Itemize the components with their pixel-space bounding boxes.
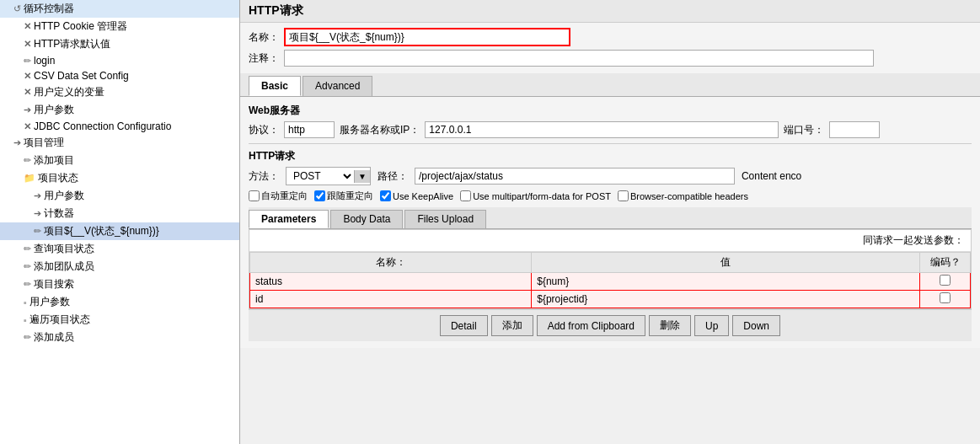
web-server-row: 协议： 服务器名称或IP： 端口号： (249, 121, 972, 138)
col-value: 值 (532, 253, 920, 273)
arrow-icon: ➔ (24, 104, 31, 115)
sidebar-item-add-member2[interactable]: ✏ 添加成员 (0, 329, 239, 346)
method-wrapper: POST GET PUT DELETE ▼ (286, 167, 371, 185)
arrow-icon: ➔ (34, 190, 41, 201)
name-section: 名称： 注释： (240, 23, 980, 73)
auto-redirect-checkbox[interactable] (249, 190, 260, 201)
x-icon: ✕ (24, 121, 31, 132)
sidebar-item-query-status[interactable]: ✏ 查询项目状态 (0, 240, 239, 258)
tab-advanced[interactable]: Advanced (303, 76, 372, 96)
params-tabs-bar: Parameters Body Data Files Upload (249, 207, 972, 229)
method-dropdown-btn[interactable]: ▼ (354, 170, 370, 183)
down-button[interactable]: Down (732, 315, 780, 336)
folder-icon: 📁 (24, 173, 35, 184)
sidebar-item-user-param2[interactable]: ➔ 用户参数 (0, 187, 239, 205)
main-panel: HTTP请求 名称： 注释： Basic Advanced Web服务器 协议：… (240, 0, 980, 444)
sidebar-item-project-item[interactable]: ✏ 项目${__V(状态_${num})} (0, 222, 239, 240)
method-label: 方法： (249, 169, 279, 184)
sidebar-item-login[interactable]: ✏ login (0, 53, 239, 68)
sidebar-item-loop-controller[interactable]: ↺ 循环控制器 (0, 0, 239, 18)
delete-button[interactable]: 删除 (649, 315, 691, 336)
up-button[interactable]: Up (694, 315, 729, 336)
multipart-checkbox[interactable] (460, 190, 471, 201)
detail-button[interactable]: Detail (440, 315, 488, 336)
table-row: id ${projectid} (250, 291, 971, 308)
sidebar-item-iter-status[interactable]: ▪ 遍历项目状态 (0, 311, 239, 329)
sidebar-item-project-mgmt[interactable]: ➔ 项目管理 (0, 134, 239, 152)
params-header: 同请求一起发送参数： (249, 230, 971, 252)
params-tab-body[interactable]: Body Data (330, 210, 403, 228)
sidebar-item-user-param3[interactable]: ▪ 用户参数 (0, 293, 239, 311)
send-with-label: 同请求一起发送参数： (863, 233, 964, 248)
web-server-title: Web服务器 (249, 104, 972, 118)
path-input[interactable] (415, 168, 735, 185)
gray-icon: ▪ (24, 315, 27, 325)
encoded-checkbox-0[interactable] (940, 275, 951, 286)
arrow-icon: ➔ (34, 208, 41, 219)
content-enc-label: Content enco (742, 170, 801, 182)
x-icon: ✕ (24, 71, 31, 82)
panel-title: HTTP请求 (240, 0, 980, 23)
add-clipboard-button[interactable]: Add from Clipboard (537, 315, 645, 336)
comment-label: 注释： (249, 51, 279, 66)
pencil-icon: ✏ (24, 243, 31, 254)
sidebar-item-user-param[interactable]: ➔ 用户参数 (0, 101, 239, 119)
loop-icon: ↺ (13, 3, 21, 14)
sidebar-item-http-cookie[interactable]: ✕ HTTP Cookie 管理器 (0, 18, 239, 35)
http-request-title: HTTP请求 (249, 149, 972, 163)
checkbox-follow-redirect: 跟随重定向 (314, 190, 373, 202)
params-tab-parameters[interactable]: Parameters (249, 210, 329, 228)
tab-basic[interactable]: Basic (249, 76, 301, 96)
row-encoded-cell (920, 291, 971, 308)
sidebar-item-project-search[interactable]: ✏ 项目搜索 (0, 275, 239, 293)
protocol-input[interactable] (284, 121, 335, 138)
comment-input[interactable] (284, 50, 874, 67)
main-tabs-bar: Basic Advanced (240, 73, 980, 97)
pencil-icon: ✏ (34, 226, 41, 237)
port-input[interactable] (829, 121, 880, 138)
sidebar-item-jdbc[interactable]: ✕ JDBC Connection Configuratio (0, 119, 239, 134)
comment-row: 注释： (249, 50, 972, 67)
x-icon: ✕ (24, 21, 31, 32)
http-request-section: HTTP请求 方法： POST GET PUT DELETE ▼ 路径： Con… (249, 143, 972, 341)
name-input[interactable] (284, 28, 570, 46)
pencil-icon: ✏ (24, 56, 31, 67)
gray-icon: ▪ (24, 297, 27, 308)
row-name-cell: status (250, 273, 532, 291)
checkbox-keepalive: Use KeepAlive (380, 190, 453, 201)
checkbox-multipart: Use multipart/form-data for POST (460, 190, 611, 201)
sidebar: ↺ 循环控制器 ✕ HTTP Cookie 管理器 ✕ HTTP请求默认值 ✏ … (0, 0, 240, 444)
port-label: 端口号： (784, 123, 824, 137)
add-button[interactable]: 添加 (491, 315, 533, 336)
sidebar-item-add-member[interactable]: ✏ 添加团队成员 (0, 258, 239, 275)
keepalive-checkbox[interactable] (380, 190, 391, 201)
params-table: 名称： 值 编码？ status ${num} id (249, 252, 971, 308)
sidebar-item-add-project[interactable]: ✏ 添加项目 (0, 152, 239, 169)
sidebar-item-csv[interactable]: ✕ CSV Data Set Config (0, 68, 239, 83)
basic-tab-content: Web服务器 协议： 服务器名称或IP： 端口号： HTTP请求 方法： POS… (240, 97, 980, 348)
browser-compat-checkbox[interactable] (618, 190, 629, 201)
table-row: status ${num} (250, 273, 971, 291)
method-select[interactable]: POST GET PUT DELETE (287, 168, 354, 185)
x-icon: ✕ (24, 87, 31, 98)
sidebar-item-http-default[interactable]: ✕ HTTP请求默认值 (0, 35, 239, 53)
pencil-icon: ✏ (24, 155, 31, 166)
x-icon: ✕ (24, 39, 31, 50)
pencil-icon: ✏ (24, 279, 31, 290)
sidebar-item-project-status[interactable]: 📁 项目状态 (0, 169, 239, 187)
arrow-icon: ➔ (13, 137, 21, 148)
encoded-checkbox-1[interactable] (940, 292, 951, 303)
name-label: 名称： (249, 30, 279, 45)
sidebar-item-counter[interactable]: ➔ 计数器 (0, 205, 239, 222)
col-name: 名称： (250, 253, 532, 273)
method-row: 方法： POST GET PUT DELETE ▼ 路径： Content en… (249, 167, 972, 185)
follow-redirect-checkbox[interactable] (314, 190, 325, 201)
sidebar-item-user-var[interactable]: ✕ 用户定义的变量 (0, 83, 239, 101)
row-encoded-cell (920, 273, 971, 291)
row-value-cell: ${projectid} (532, 291, 920, 308)
path-label: 路径： (378, 169, 408, 184)
params-tab-files[interactable]: Files Upload (404, 210, 486, 228)
checkbox-row: 自动重定向 跟随重定向 Use KeepAlive Use multipart/… (249, 190, 972, 202)
server-input[interactable] (425, 121, 779, 138)
col-encoded: 编码？ (920, 253, 971, 273)
